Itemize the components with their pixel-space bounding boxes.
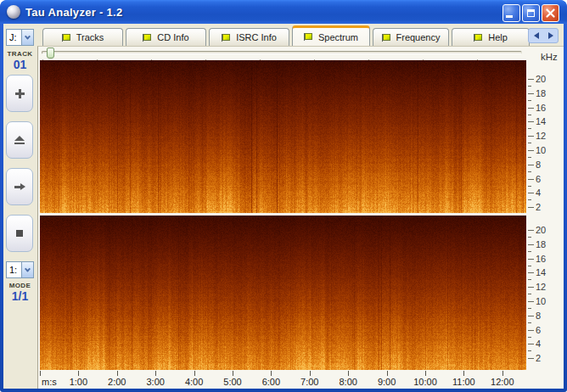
freq-tick-label: 12	[536, 129, 561, 143]
freq-tick-label: 8	[536, 309, 561, 323]
tab-tracks[interactable]: Tracks	[42, 28, 123, 46]
tab-frequency[interactable]: Frequency	[373, 28, 449, 46]
time-tick-label: 3:00	[137, 377, 174, 387]
tab-isrc-info[interactable]: ISRC Info	[209, 28, 289, 46]
drive-select[interactable]: J:	[6, 29, 34, 46]
time-tick-label: 11:00	[445, 377, 482, 387]
frequency-unit-label: kHz	[541, 52, 558, 62]
flag-icon	[222, 34, 230, 42]
eject-icon	[14, 136, 25, 144]
freq-tick-label: 18	[536, 87, 561, 101]
stop-button[interactable]	[6, 215, 33, 252]
drive-select-dropdown-button[interactable]	[21, 30, 33, 45]
time-tick-label: 2:00	[98, 377, 136, 387]
flag-icon	[474, 34, 482, 42]
freq-tick-label: 8	[536, 158, 561, 172]
app-window: Tau Analyzer - 1.2 Tracks CD Info ISRC I…	[0, 0, 567, 392]
freq-tick-label: 12	[536, 280, 561, 294]
tab-help[interactable]: Help	[452, 28, 530, 46]
freq-axis-labels-top: 2018161412108642	[536, 72, 561, 215]
time-axis-labels: m:s1:002:003:004:005:006:007:008:009:001…	[38, 377, 564, 388]
tab-label: Frequency	[396, 32, 441, 42]
track-number: 01	[3, 58, 36, 71]
spectrogram-bottom	[40, 216, 526, 370]
stop-icon	[16, 230, 23, 237]
freq-tick-label: 20	[536, 72, 561, 87]
minimize-icon	[506, 15, 513, 18]
tab-scroll-left-button[interactable]	[529, 29, 543, 42]
forward-button[interactable]	[6, 168, 33, 205]
titlebar[interactable]: Tau Analyzer - 1.2	[0, 0, 567, 24]
tab-cd-info[interactable]: CD Info	[126, 28, 206, 46]
mode-select-dropdown-button[interactable]	[21, 262, 33, 277]
time-tick-label: 10:00	[407, 377, 444, 387]
close-icon	[546, 8, 555, 18]
time-tick-label: 4:00	[176, 377, 213, 387]
position-slider[interactable]	[42, 51, 522, 54]
freq-axis-ticks-minor	[528, 86, 531, 202]
eject-button[interactable]	[6, 121, 33, 159]
time-tick-label: 8:00	[329, 377, 367, 387]
chevron-down-icon	[25, 266, 31, 272]
freq-tick-label: 14	[536, 115, 561, 129]
flag-icon	[62, 34, 70, 42]
freq-tick-label: 4	[536, 186, 561, 200]
chevron-down-icon	[25, 33, 31, 39]
tab-scroll-control	[528, 28, 559, 43]
client-area: Tracks CD Info ISRC Info Spectrum Freque…	[3, 24, 564, 389]
freq-tick-label: 2	[536, 200, 561, 215]
tab-label: CD Info	[157, 32, 188, 42]
freq-axis-labels-bottom: 2018161412108642	[536, 223, 561, 366]
time-axis-ticks-minor	[40, 371, 530, 373]
tab-label: Spectrum	[318, 32, 358, 42]
tab-scroll-right-button[interactable]	[543, 29, 558, 42]
mode-value: 1/1	[3, 289, 36, 303]
mode-select[interactable]: 1:	[6, 261, 34, 278]
tab-spectrum[interactable]: Spectrum	[292, 25, 370, 46]
track-label: TRACK	[3, 50, 36, 58]
arrow-right-icon	[548, 32, 553, 39]
time-tick-label: 6:00	[252, 377, 289, 387]
freq-tick-label: 16	[536, 101, 561, 115]
spectrum-panel: kHz 2018161412108642 2018161412108642 m:…	[37, 46, 564, 389]
spectrogram-top	[40, 60, 526, 213]
plus-icon	[15, 89, 25, 98]
tab-label: Help	[488, 32, 508, 42]
time-tick-label: 7:00	[291, 377, 328, 387]
freq-tick-label: 14	[536, 266, 561, 280]
position-slider-thumb[interactable]	[47, 48, 54, 59]
tab-label: Tracks	[76, 32, 104, 42]
freq-tick-label: 10	[536, 294, 561, 309]
drive-select-value: J:	[7, 30, 21, 45]
maximize-button[interactable]	[522, 4, 540, 22]
arrow-left-icon	[534, 32, 539, 39]
arrow-right-icon	[14, 183, 25, 191]
freq-tick-label: 10	[536, 143, 561, 158]
flag-icon	[382, 34, 390, 42]
tab-bar: Tracks CD Info ISRC Info Spectrum Freque…	[39, 25, 562, 46]
freq-tick-label: 4	[536, 337, 561, 351]
close-button[interactable]	[542, 4, 559, 22]
add-button[interactable]	[6, 75, 33, 112]
sidebar: J: TRACK 01 1: MODE 1/1	[3, 24, 36, 389]
flag-icon	[304, 33, 312, 41]
minimize-button[interactable]	[502, 4, 520, 22]
freq-tick-label: 6	[536, 323, 561, 338]
flag-icon	[143, 34, 151, 42]
time-tick-label: 9:00	[368, 377, 406, 387]
freq-axis-ticks-minor	[528, 237, 531, 353]
time-axis-unit-label: m:s	[42, 377, 57, 387]
window-title: Tau Analyzer - 1.2	[25, 6, 123, 19]
freq-tick-label: 2	[536, 351, 561, 366]
mode-label: MODE	[3, 282, 36, 289]
freq-tick-label: 18	[536, 238, 561, 252]
time-tick-label: 12:00	[484, 377, 521, 387]
freq-tick-label: 16	[536, 252, 561, 266]
time-tick-label: 1:00	[59, 377, 97, 387]
tab-label: ISRC Info	[236, 32, 277, 42]
maximize-icon	[527, 9, 535, 17]
freq-tick-label: 6	[536, 172, 561, 187]
freq-tick-label: 20	[536, 223, 561, 238]
app-icon	[7, 5, 20, 19]
time-tick-label: 5:00	[214, 377, 251, 387]
